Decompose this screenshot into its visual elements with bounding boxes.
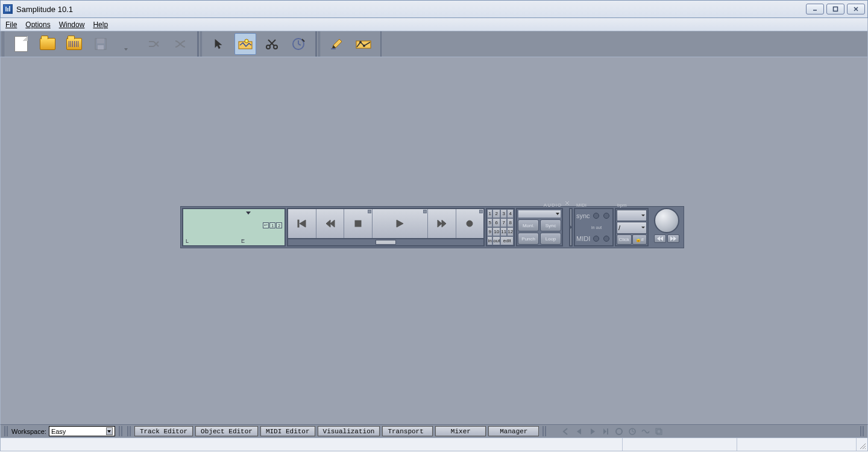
go-start-button[interactable]	[288, 209, 316, 238]
nav-clock-icon[interactable]	[628, 427, 637, 436]
svg-rect-30	[607, 428, 608, 434]
minimize-button[interactable]	[806, 4, 824, 14]
svg-rect-25	[298, 220, 299, 227]
marker-9[interactable]: 9	[487, 227, 492, 236]
maximize-button[interactable]	[826, 4, 844, 14]
loop-button[interactable]: Loop	[540, 233, 561, 245]
lock-button[interactable]: 🔒#	[632, 234, 647, 245]
marker-12[interactable]: 12	[507, 227, 514, 236]
punch-button[interactable]: Punch	[518, 233, 539, 245]
tab-midi-editor[interactable]: MIDI Editor	[260, 426, 315, 436]
marker-10[interactable]: 10	[492, 227, 500, 236]
resize-grip[interactable]	[857, 438, 867, 451]
tab-track-editor[interactable]: Track Editor	[134, 426, 193, 436]
object-tool-button[interactable]	[234, 33, 256, 55]
nav-circle-icon[interactable]	[615, 427, 623, 436]
audio-close-icon[interactable]	[565, 201, 570, 205]
audio-device-select[interactable]	[518, 210, 561, 218]
marker-3[interactable]: 3	[500, 209, 507, 218]
tab-object-editor[interactable]: Object Editor	[195, 426, 258, 436]
marker-2[interactable]: 2	[492, 209, 500, 218]
tab-transport[interactable]: Transport	[382, 426, 433, 436]
marker-1[interactable]: 1	[487, 209, 492, 218]
sync-button[interactable]: Sync	[540, 219, 561, 231]
marker-8[interactable]: 8	[507, 218, 514, 227]
lcd-menu-dropdown[interactable]	[246, 212, 251, 215]
moni-button[interactable]: Moni.	[518, 219, 539, 231]
svg-point-23	[359, 41, 362, 43]
lcd-icon-loop[interactable]: ↩	[263, 222, 269, 228]
marker-edit[interactable]: edit	[500, 236, 514, 245]
marker-4[interactable]: 4	[507, 209, 514, 218]
nav-back-icon[interactable]	[562, 427, 570, 436]
draw-tool-button[interactable]	[326, 33, 348, 55]
menu-help[interactable]: Help	[93, 20, 108, 29]
expand-nub[interactable]	[569, 208, 573, 246]
nav-wave-icon[interactable]	[641, 427, 650, 436]
svg-rect-21	[331, 48, 336, 49]
record-button[interactable]	[456, 209, 484, 238]
midi-in-led[interactable]	[593, 236, 599, 242]
jog-rewind-button[interactable]	[654, 234, 666, 243]
workspace-grip-2[interactable]	[119, 426, 122, 436]
nav-right-icon[interactable]	[588, 427, 597, 436]
jog-forward-button[interactable]	[667, 234, 679, 243]
nav-layers-icon[interactable]	[655, 427, 663, 436]
marker-5[interactable]: 5	[487, 218, 492, 227]
marker-6[interactable]: 6	[492, 218, 500, 227]
cursor-tool-button[interactable]	[208, 33, 230, 55]
save-button	[90, 33, 112, 55]
midi-out-led[interactable]	[603, 236, 609, 242]
svg-line-37	[860, 444, 866, 449]
marker-7[interactable]: 7	[500, 218, 507, 227]
play-button[interactable]	[373, 209, 428, 238]
workspace-grip-3[interactable]	[127, 426, 131, 436]
midi-sync-led-2[interactable]	[603, 213, 609, 219]
audio-label: AUDIO	[544, 202, 562, 208]
route-button	[143, 33, 165, 55]
bpm-select[interactable]	[617, 210, 647, 221]
signature-select[interactable]: /	[617, 222, 647, 233]
lcd-end-label: E	[241, 238, 245, 244]
workspace-grip-4[interactable]	[542, 426, 546, 436]
midi-sync-led-1[interactable]	[593, 213, 599, 219]
cut-tool-button[interactable]	[261, 33, 283, 55]
svg-rect-26	[355, 221, 361, 227]
rewind-button[interactable]	[316, 209, 345, 238]
marker-out[interactable]: out	[492, 236, 500, 245]
tab-visualization[interactable]: Visualization	[318, 426, 380, 436]
forward-button[interactable]	[428, 209, 456, 238]
menu-options[interactable]: Options	[25, 20, 50, 29]
time-tool-button[interactable]	[288, 33, 309, 55]
workspace-grip-5[interactable]	[860, 426, 864, 436]
open-folder-button[interactable]	[37, 33, 58, 55]
svg-line-20	[298, 44, 301, 45]
nav-skip-icon[interactable]	[602, 427, 610, 436]
marker-11[interactable]: 11	[500, 227, 507, 236]
svg-point-27	[467, 221, 473, 227]
svg-rect-8	[97, 39, 104, 43]
lcd-left-label: L	[186, 238, 189, 244]
close-button[interactable]	[847, 4, 865, 14]
scrub-bar[interactable]	[287, 238, 485, 246]
lcd-icon-2[interactable]: 2	[276, 222, 282, 228]
shuffle-button	[169, 33, 191, 55]
stop-button[interactable]	[344, 209, 373, 238]
new-file-button[interactable]	[10, 33, 32, 55]
nav-left-icon[interactable]	[575, 427, 583, 436]
menu-file[interactable]: File	[5, 20, 17, 29]
workspace-grip[interactable]	[4, 426, 8, 436]
marker-in[interactable]: in	[487, 236, 492, 245]
open-wave-button[interactable]	[63, 33, 85, 55]
workspace-select[interactable]: Easy	[49, 426, 115, 436]
midi-section: MIDI sync in out MIDI	[574, 208, 614, 246]
midi-inout-label: in out	[591, 222, 611, 233]
tab-mixer[interactable]: Mixer	[435, 426, 486, 436]
menu-window[interactable]: Window	[59, 20, 85, 29]
lcd-icon-1[interactable]: 1	[269, 222, 275, 228]
jog-wheel[interactable]	[654, 208, 679, 233]
tab-manager[interactable]: Manager	[488, 426, 539, 436]
midi-midi-label: MIDI	[576, 233, 591, 244]
automation-tool-button[interactable]	[353, 33, 374, 55]
click-button[interactable]: Click	[617, 234, 632, 245]
